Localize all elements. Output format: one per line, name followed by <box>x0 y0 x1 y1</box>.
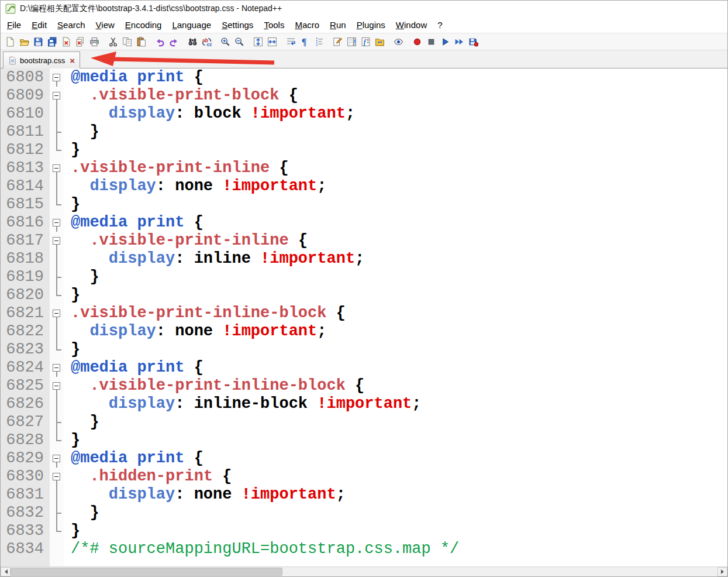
line-number[interactable]: 6826 <box>1 395 50 413</box>
macro-run-multiple-button[interactable] <box>452 35 466 49</box>
save-button[interactable] <box>31 35 45 49</box>
scroll-left-button[interactable] <box>1 567 11 576</box>
fold-marker[interactable] <box>50 159 64 177</box>
line-number[interactable]: 6817 <box>1 232 50 250</box>
fold-marker[interactable] <box>50 504 64 522</box>
fold-marker[interactable] <box>50 214 64 232</box>
line-number[interactable]: 6823 <box>1 341 50 359</box>
menu-view[interactable]: View <box>91 19 120 31</box>
copy-button[interactable] <box>120 35 134 49</box>
sync-horizontal-scroll-button[interactable] <box>265 35 279 49</box>
menu-window[interactable]: Window <box>391 19 432 31</box>
fold-marker[interactable] <box>50 359 64 377</box>
replace-button[interactable]: abcd <box>199 35 213 49</box>
zoom-in-button[interactable] <box>218 35 232 49</box>
menu-search[interactable]: Search <box>52 19 91 31</box>
fold-marker[interactable] <box>50 413 64 431</box>
fold-marker[interactable] <box>50 141 64 159</box>
fold-marker[interactable] <box>50 377 64 395</box>
tab-close-icon[interactable]: × <box>70 56 75 65</box>
macro-record-button[interactable] <box>410 35 424 49</box>
paste-button[interactable] <box>134 35 148 49</box>
line-number[interactable]: 6829 <box>1 449 50 468</box>
line-number[interactable]: 6810 <box>1 105 50 123</box>
fold-marker[interactable] <box>50 304 64 322</box>
define-language-button[interactable] <box>330 35 344 49</box>
fold-marker[interactable] <box>50 486 64 504</box>
fold-marker[interactable] <box>50 341 64 359</box>
fold-marker[interactable] <box>50 123 64 141</box>
menu-language[interactable]: Language <box>167 19 216 31</box>
redo-button[interactable] <box>167 35 181 49</box>
horizontal-scrollbar[interactable] <box>1 566 727 576</box>
line-number[interactable]: 6808 <box>1 68 50 87</box>
fold-marker[interactable] <box>50 431 64 449</box>
monitoring-button[interactable] <box>391 35 405 49</box>
line-number[interactable]: 6816 <box>1 214 50 232</box>
line-number[interactable]: 6834 <box>1 540 50 558</box>
line-number[interactable]: 6819 <box>1 268 50 286</box>
line-number[interactable]: 6821 <box>1 304 50 322</box>
new-file-button[interactable] <box>3 35 17 49</box>
open-file-button[interactable] <box>17 35 31 49</box>
fold-marker[interactable] <box>50 105 64 123</box>
scroll-right-button[interactable] <box>717 567 727 576</box>
fold-marker[interactable] <box>50 177 64 195</box>
sync-vertical-scroll-button[interactable] <box>251 35 265 49</box>
undo-button[interactable] <box>153 35 167 49</box>
fold-marker[interactable] <box>50 286 64 304</box>
fold-marker[interactable] <box>50 468 64 486</box>
line-number[interactable]: 6825 <box>1 377 50 395</box>
line-number[interactable]: 6828 <box>1 431 50 449</box>
zoom-out-button[interactable] <box>232 35 246 49</box>
menu-file[interactable]: File <box>2 19 26 31</box>
fold-marker[interactable] <box>50 322 64 341</box>
close-all-button[interactable] <box>73 35 87 49</box>
scrollbar-track[interactable] <box>11 567 717 576</box>
fold-marker[interactable] <box>50 68 64 87</box>
macro-play-button[interactable] <box>438 35 452 49</box>
find-button[interactable] <box>185 35 199 49</box>
menu-plugins[interactable]: Plugins <box>351 19 391 31</box>
close-button[interactable] <box>59 35 73 49</box>
line-number[interactable]: 6830 <box>1 468 50 486</box>
print-button[interactable] <box>87 35 101 49</box>
fold-marker[interactable] <box>50 232 64 250</box>
line-number[interactable]: 6832 <box>1 504 50 522</box>
menu-run[interactable]: Run <box>325 19 351 31</box>
fold-marker[interactable] <box>50 395 64 413</box>
word-wrap-button[interactable] <box>284 35 298 49</box>
menu-settings[interactable]: Settings <box>216 19 258 31</box>
macro-stop-button[interactable] <box>424 35 438 49</box>
save-all-button[interactable] <box>45 35 59 49</box>
fold-marker[interactable] <box>50 250 64 268</box>
line-number[interactable]: 6814 <box>1 177 50 195</box>
fold-marker[interactable] <box>50 87 64 105</box>
macro-save-button[interactable] <box>466 35 480 49</box>
line-number[interactable]: 6812 <box>1 141 50 159</box>
line-number[interactable]: 6809 <box>1 87 50 105</box>
folder-as-workspace-button[interactable] <box>372 35 387 49</box>
fold-marker[interactable] <box>50 449 64 468</box>
tab-bootstrap-css[interactable]: bootstrap.css × <box>3 51 80 68</box>
line-number[interactable]: 6813 <box>1 159 50 177</box>
line-number[interactable]: 6833 <box>1 522 50 540</box>
fold-marker[interactable] <box>50 268 64 286</box>
line-number[interactable]: 6831 <box>1 486 50 504</box>
line-number[interactable]: 6827 <box>1 413 50 431</box>
menu-edit[interactable]: Edit <box>26 19 52 31</box>
menu-help[interactable]: ? <box>432 19 447 31</box>
code-area[interactable]: 6808@media print {6809 .visible-print-bl… <box>1 68 727 566</box>
line-number[interactable]: 6811 <box>1 123 50 141</box>
menu-encoding[interactable]: Encoding <box>120 19 167 31</box>
function-list-button[interactable]: f <box>358 35 372 49</box>
line-number[interactable]: 6820 <box>1 286 50 304</box>
line-number[interactable]: 6818 <box>1 250 50 268</box>
show-indent-guide-button[interactable] <box>312 35 326 49</box>
fold-marker[interactable] <box>50 522 64 540</box>
show-all-characters-button[interactable]: ¶ <box>298 35 312 49</box>
cut-button[interactable] <box>106 35 120 49</box>
document-map-button[interactable] <box>344 35 358 49</box>
line-number[interactable]: 6815 <box>1 195 50 214</box>
scrollbar-thumb[interactable] <box>11 568 282 576</box>
